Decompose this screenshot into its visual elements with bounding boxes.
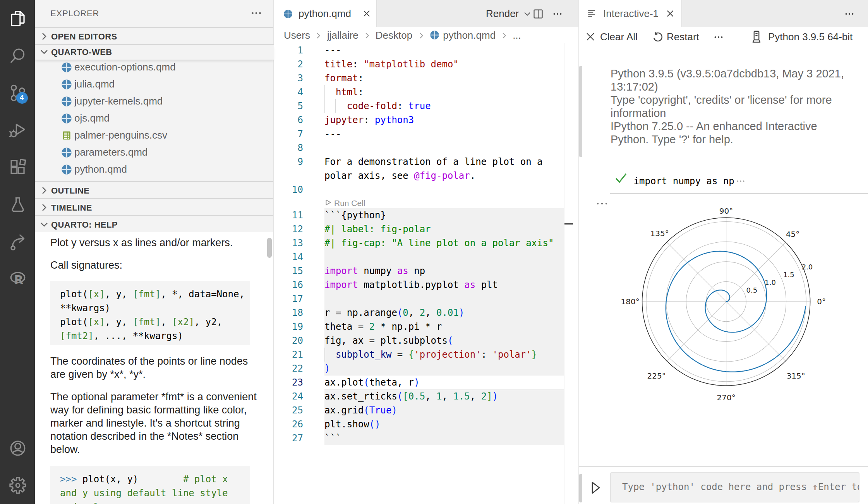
- csv-file-icon: [61, 130, 72, 141]
- code-line: #| label: fig-polar: [324, 222, 431, 236]
- restart-button[interactable]: Restart: [652, 27, 699, 46]
- activity-live-share[interactable]: [0, 223, 35, 260]
- file-item-parameters.qmd[interactable]: parameters.qmd: [35, 144, 274, 161]
- panel-more-icon[interactable]: [844, 9, 855, 19]
- input-placeholder: Type 'python' code here and press ⇧Enter…: [622, 473, 859, 502]
- code-line: ```: [324, 431, 341, 445]
- editor-more-icon[interactable]: [552, 8, 563, 19]
- breadcrumb-item[interactable]: Desktop: [376, 29, 412, 41]
- file-label: parameters.qmd: [74, 144, 148, 161]
- code-line: polar axis, see @fig-polar.: [324, 169, 475, 183]
- run-input-icon[interactable]: [591, 481, 601, 495]
- theta-tick-label: 180°: [621, 297, 640, 306]
- breadcrumb[interactable]: Users jjallaire Desktop python.qmd ...: [284, 27, 521, 43]
- file-item-palmer-penguins.csv[interactable]: palmer-penguins.csv: [35, 127, 274, 144]
- section-timeline[interactable]: TIMELINE: [35, 198, 274, 216]
- sidebar-title: EXPLORER: [50, 0, 99, 27]
- line-number: 7: [274, 127, 303, 141]
- tab-python-qmd[interactable]: python.qmd: [274, 0, 377, 27]
- file-item-ojs.qmd[interactable]: ojs.qmd: [35, 110, 274, 127]
- file-item-python.qmd[interactable]: python.qmd: [35, 161, 274, 178]
- activity-explorer[interactable]: [0, 0, 35, 37]
- help-code-line: plot([x], y, [fmt], [x2], y2,: [60, 315, 222, 329]
- qmd-file-icon: [61, 113, 72, 123]
- activity-bar: 4: [0, 0, 35, 504]
- theta-tick-label: 135°: [650, 229, 669, 238]
- activity-search[interactable]: [0, 37, 35, 74]
- help-code-line: and y using default line style: [60, 486, 228, 500]
- section-quarto-help[interactable]: QUARTO: HELP: [35, 215, 274, 233]
- file-item-julia.qmd[interactable]: julia.qmd: [35, 75, 274, 93]
- code-line: ```{python}: [324, 208, 386, 222]
- code-line: title: "matplotlib demo": [324, 57, 459, 71]
- r-logo-icon: R: [7, 269, 27, 289]
- breadcrumb-item[interactable]: jjallaire: [327, 29, 359, 41]
- sidebar-editor-divider[interactable]: [273, 0, 274, 504]
- activity-settings[interactable]: [0, 467, 35, 504]
- file-label: palmer-penguins.csv: [74, 127, 167, 144]
- line-number: 27: [274, 431, 303, 445]
- help-scrollbar-thumb[interactable]: [267, 238, 271, 258]
- section-outline[interactable]: OUTLINE: [35, 181, 274, 199]
- code-line: ---: [324, 43, 341, 57]
- interactive-input-box[interactable]: Type 'python' code here and press ⇧Enter…: [610, 472, 859, 502]
- executed-cell-code[interactable]: import numpy as np: [634, 174, 734, 188]
- run-debug-icon: [7, 120, 27, 140]
- split-editor-icon[interactable]: [533, 8, 544, 19]
- breadcrumb-item[interactable]: python.qmd: [443, 29, 496, 41]
- clear-all-button[interactable]: Clear All: [585, 27, 638, 46]
- tab-interactive-1[interactable]: Interactive-1: [578, 0, 682, 27]
- close-icon[interactable]: [665, 9, 675, 19]
- close-icon[interactable]: [361, 9, 371, 19]
- line-number: 18: [274, 306, 303, 320]
- code-line: plt.show(): [324, 417, 381, 431]
- editor-group: python.qmd Render Users jjallaire D: [274, 0, 578, 504]
- cell-collapse-dots-icon[interactable]: [736, 177, 746, 186]
- interpreter-status[interactable]: Python 3.9.5 64-bit: [750, 27, 853, 46]
- code-line: code-fold: true: [324, 99, 431, 113]
- section-open-editors[interactable]: OPEN EDITORS: [35, 27, 274, 45]
- file-label: python.qmd: [74, 161, 127, 178]
- quarto-help-view: Plot y versus x as lines and/or markers.…: [35, 232, 274, 504]
- line-number: 14: [274, 250, 303, 264]
- line-number: 10: [274, 183, 303, 197]
- breadcrumb-item[interactable]: ...: [513, 29, 521, 41]
- file-item-execution-options.qmd[interactable]: execution-options.qmd: [35, 58, 274, 75]
- render-button[interactable]: Render: [486, 4, 533, 23]
- breadcrumb-item[interactable]: Users: [284, 29, 310, 41]
- banner-line: Python. Type '?' for help.: [611, 133, 733, 146]
- cell-decoration-bar: [579, 65, 582, 157]
- banner-line: IPython 7.25.0 -- An enhanced Interactiv…: [611, 120, 817, 133]
- help-code-line: plot([x], y, [fmt], *, data=None,: [60, 287, 245, 301]
- activity-source-control[interactable]: 4: [0, 74, 35, 111]
- editor-panel-divider[interactable]: [578, 0, 579, 504]
- line-number: 20: [274, 334, 303, 348]
- help-paragraph-line: The coordinates of the points or line no…: [50, 355, 248, 367]
- code-line: ax.grid(True): [324, 403, 397, 417]
- activity-r-tools[interactable]: R: [0, 260, 35, 297]
- polar-chart: 0°45°90°135°180°225°270°315°0.51.01.52.0: [596, 195, 868, 409]
- run-cell-codelens[interactable]: Run Cell: [325, 197, 365, 208]
- activity-run-debug[interactable]: [0, 111, 35, 149]
- activity-account[interactable]: [0, 430, 35, 467]
- chevron-right-icon: [499, 31, 509, 40]
- help-code-line: >>> plot(x, y) # plot x: [60, 472, 228, 486]
- toolbar-more-icon[interactable]: [713, 32, 724, 43]
- banner-line: information: [611, 106, 666, 120]
- explorer-more-icon[interactable]: [250, 7, 262, 19]
- files-icon: [7, 9, 27, 29]
- activity-testing[interactable]: [0, 186, 35, 223]
- panel-tab-bar: Interactive-1: [578, 0, 868, 27]
- file-label: julia.qmd: [74, 75, 115, 93]
- line-number: 2: [274, 57, 303, 71]
- gear-icon: [7, 475, 27, 495]
- banner-line: Python 3.9.5 (v3.9.5:0a7dcbdb13, May 3 2…: [611, 67, 844, 80]
- code-line: ): [324, 362, 330, 375]
- activity-extensions[interactable]: [0, 149, 35, 186]
- line-number: 22: [274, 362, 303, 375]
- section-folder[interactable]: QUARTO-WEB: [35, 44, 274, 59]
- share-icon: [7, 231, 27, 252]
- code-line: ax.plot(theta, r): [324, 375, 420, 389]
- file-item-jupyter-kernels.qmd[interactable]: jupyter-kernels.qmd: [35, 93, 274, 110]
- line-number: 8: [274, 141, 303, 155]
